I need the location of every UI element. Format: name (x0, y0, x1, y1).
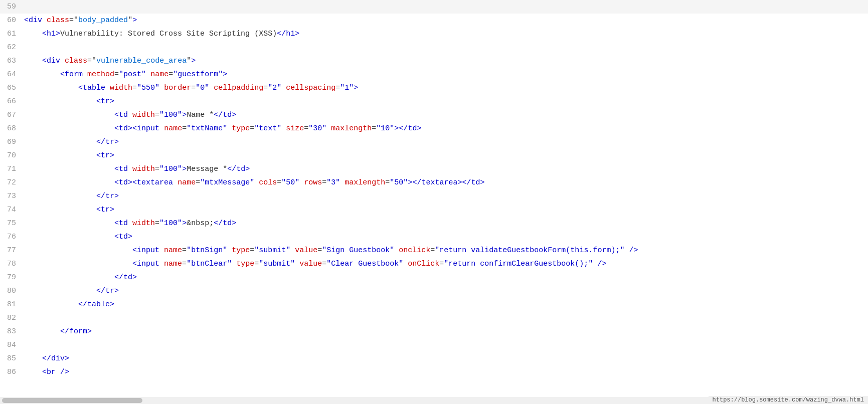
code-line: 82 (0, 311, 868, 325)
line-content: </tr> (24, 135, 119, 149)
line-content: </tr> (24, 284, 119, 298)
line-content: <div class="vulnerable_code_area"> (24, 54, 196, 68)
code-line: 76 <td> (0, 230, 868, 244)
line-content: <td width="100">&nbsp;</td> (24, 217, 236, 230)
line-content: <td width="100">Name *</td> (24, 108, 236, 122)
line-content: <br /> (24, 365, 69, 379)
line-content: <input name="btnClear" type="submit" val… (24, 257, 606, 271)
line-number: 76 (0, 230, 24, 244)
line-content: <td> (24, 230, 132, 244)
line-content: </table> (24, 298, 114, 311)
code-line: 80 </tr> (0, 284, 868, 298)
code-line: 81 </table> (0, 298, 868, 311)
code-line: 64 <form method="post" name="guestform"> (0, 68, 868, 81)
code-line: 68 <td><input name="txtName" type="text"… (0, 122, 868, 135)
code-line: 75 <td width="100">&nbsp;</td> (0, 217, 868, 230)
line-number: 64 (0, 68, 24, 81)
code-line: 66 <tr> (0, 95, 868, 108)
line-number: 81 (0, 298, 24, 311)
code-editor: 5960<div class="body_padded">61 <h1>Vuln… (0, 0, 868, 404)
line-number: 71 (0, 162, 24, 176)
line-content: </form> (24, 325, 92, 338)
code-line: 78 <input name="btnClear" type="submit" … (0, 257, 868, 271)
code-line: 60<div class="body_padded"> (0, 14, 868, 27)
line-content: </tr> (24, 189, 119, 203)
code-line: 86 <br /> (0, 365, 868, 379)
line-content: <form method="post" name="guestform"> (24, 68, 227, 81)
line-content: <tr> (24, 203, 114, 217)
line-content: </div> (24, 352, 69, 365)
scrollbar-thumb[interactable] (2, 398, 142, 403)
line-content: <tr> (24, 95, 114, 108)
line-number: 86 (0, 365, 24, 379)
code-line: 85 </div> (0, 352, 868, 365)
code-line: 72 <td><textarea name="mtxMessage" cols=… (0, 176, 868, 189)
code-line: 62 (0, 41, 868, 54)
line-number: 79 (0, 271, 24, 284)
line-number: 77 (0, 244, 24, 257)
line-number: 84 (0, 338, 24, 352)
line-number: 65 (0, 81, 24, 95)
line-content: <input name="btnSign" type="submit" valu… (24, 244, 638, 257)
line-content: <tr> (24, 149, 114, 162)
line-content: <table width="550" border="0" cellpaddin… (24, 81, 358, 95)
line-number: 73 (0, 189, 24, 203)
line-number: 62 (0, 41, 24, 54)
line-number: 78 (0, 257, 24, 271)
code-line: 83 </form> (0, 325, 868, 338)
line-number: 61 (0, 27, 24, 41)
code-line: 74 <tr> (0, 203, 868, 217)
line-number: 83 (0, 325, 24, 338)
line-content: <td><textarea name="mtxMessage" cols="50… (24, 176, 484, 189)
line-content: <td width="100">Message *</td> (24, 162, 250, 176)
url-status-bar: https://blog.somesite.com/wazing_dvwa.ht… (709, 396, 868, 404)
line-number: 59 (0, 0, 24, 14)
line-number: 63 (0, 54, 24, 68)
code-line: 59 (0, 0, 868, 14)
line-number: 82 (0, 311, 24, 325)
code-line: 61 <h1>Vulnerability: Stored Cross Site … (0, 27, 868, 41)
line-number: 66 (0, 95, 24, 108)
code-line: 84 (0, 338, 868, 352)
line-content: </td> (24, 271, 137, 284)
code-line: 70 <tr> (0, 149, 868, 162)
line-content: <div class="body_padded"> (24, 14, 137, 27)
line-number: 68 (0, 122, 24, 135)
line-number: 80 (0, 284, 24, 298)
code-line: 67 <td width="100">Name *</td> (0, 108, 868, 122)
line-number: 85 (0, 352, 24, 365)
line-number: 60 (0, 14, 24, 27)
code-line: 65 <table width="550" border="0" cellpad… (0, 81, 868, 95)
line-number: 72 (0, 176, 24, 189)
line-number: 70 (0, 149, 24, 162)
line-number: 69 (0, 135, 24, 149)
code-line: 77 <input name="btnSign" type="submit" v… (0, 244, 868, 257)
code-line: 79 </td> (0, 271, 868, 284)
line-content: <h1>Vulnerability: Stored Cross Site Scr… (24, 27, 299, 41)
code-line: 69 </tr> (0, 135, 868, 149)
line-number: 67 (0, 108, 24, 122)
line-number: 75 (0, 217, 24, 230)
line-number: 74 (0, 203, 24, 217)
code-line: 63 <div class="vulnerable_code_area"> (0, 54, 868, 68)
code-line: 73 </tr> (0, 189, 868, 203)
line-content: <td><input name="txtName" type="text" si… (24, 122, 421, 135)
code-line: 71 <td width="100">Message *</td> (0, 162, 868, 176)
